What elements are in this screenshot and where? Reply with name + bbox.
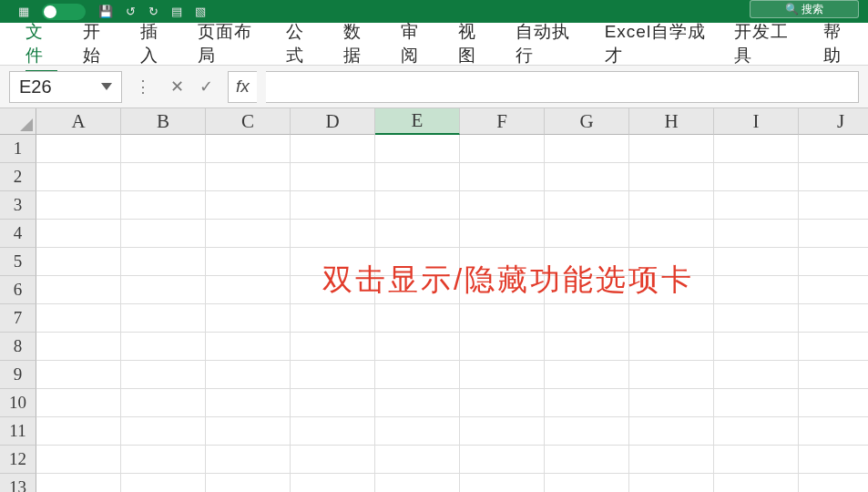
cell-H9[interactable] <box>629 361 714 389</box>
cell-C6[interactable] <box>206 276 291 304</box>
cell-E12[interactable] <box>375 446 460 474</box>
cell-I2[interactable] <box>714 163 799 191</box>
cell-F9[interactable] <box>460 361 545 389</box>
cell-D3[interactable] <box>291 191 375 220</box>
cell-D12[interactable] <box>291 446 375 474</box>
cell-B11[interactable] <box>121 417 206 446</box>
cell-J7[interactable] <box>799 304 868 333</box>
enter-button[interactable]: ✓ <box>193 74 219 99</box>
cell-F2[interactable] <box>460 163 545 191</box>
cell-I12[interactable] <box>714 446 799 474</box>
cell-H11[interactable] <box>629 417 714 446</box>
formula-bar-expand-icon[interactable]: ⋮ <box>131 77 155 97</box>
cell-A2[interactable] <box>36 163 121 191</box>
cell-G2[interactable] <box>545 163 629 191</box>
cell-J11[interactable] <box>799 417 868 446</box>
row-header-5[interactable]: 5 <box>0 248 36 276</box>
cell-B2[interactable] <box>121 163 206 191</box>
cell-E2[interactable] <box>375 163 460 191</box>
cell-B3[interactable] <box>121 191 206 220</box>
cell-E1[interactable] <box>375 135 460 163</box>
cell-C10[interactable] <box>206 389 291 417</box>
cell-A4[interactable] <box>36 220 121 248</box>
cell-B5[interactable] <box>121 248 206 276</box>
cell-I7[interactable] <box>714 304 799 333</box>
ribbon-tab-4[interactable]: 公式 <box>273 13 331 75</box>
column-header-G[interactable]: G <box>545 108 629 135</box>
cell-E6[interactable] <box>375 276 460 304</box>
cell-B1[interactable] <box>121 135 206 163</box>
column-header-C[interactable]: C <box>206 108 291 135</box>
cell-I4[interactable] <box>714 220 799 248</box>
cell-D2[interactable] <box>291 163 375 191</box>
ribbon-tab-10[interactable]: 开发工具 <box>721 13 811 75</box>
cell-B8[interactable] <box>121 333 206 361</box>
ribbon-tab-3[interactable]: 页面布局 <box>185 13 274 75</box>
row-header-3[interactable]: 3 <box>0 191 36 220</box>
cell-I8[interactable] <box>714 333 799 361</box>
cell-H1[interactable] <box>629 135 714 163</box>
cell-F10[interactable] <box>460 389 545 417</box>
cell-A1[interactable] <box>36 135 121 163</box>
cell-I13[interactable] <box>714 474 799 492</box>
cell-A6[interactable] <box>36 276 121 304</box>
cell-F4[interactable] <box>460 220 545 248</box>
cell-H12[interactable] <box>629 446 714 474</box>
cell-D4[interactable] <box>291 220 375 248</box>
cell-H7[interactable] <box>629 304 714 333</box>
cell-F7[interactable] <box>460 304 545 333</box>
cell-C12[interactable] <box>206 446 291 474</box>
cell-G7[interactable] <box>545 304 629 333</box>
cell-F1[interactable] <box>460 135 545 163</box>
column-header-I[interactable]: I <box>714 108 799 135</box>
cell-F11[interactable] <box>460 417 545 446</box>
row-header-10[interactable]: 10 <box>0 389 36 417</box>
cell-C9[interactable] <box>206 361 291 389</box>
formula-input[interactable] <box>266 71 859 103</box>
cell-J10[interactable] <box>799 389 868 417</box>
cell-B6[interactable] <box>121 276 206 304</box>
cell-D7[interactable] <box>291 304 375 333</box>
cell-I11[interactable] <box>714 417 799 446</box>
column-header-F[interactable]: F <box>460 108 545 135</box>
cell-B9[interactable] <box>121 361 206 389</box>
cell-D13[interactable] <box>291 474 375 492</box>
cell-G13[interactable] <box>545 474 629 492</box>
cell-E5[interactable] <box>375 248 460 276</box>
cell-I9[interactable] <box>714 361 799 389</box>
cell-E7[interactable] <box>375 304 460 333</box>
cell-H3[interactable] <box>629 191 714 220</box>
cell-C3[interactable] <box>206 191 291 220</box>
cell-J13[interactable] <box>799 474 868 492</box>
cell-A12[interactable] <box>36 446 121 474</box>
column-header-D[interactable]: D <box>291 108 375 135</box>
cell-A7[interactable] <box>36 304 121 333</box>
cell-I3[interactable] <box>714 191 799 220</box>
cell-H10[interactable] <box>629 389 714 417</box>
cell-C4[interactable] <box>206 220 291 248</box>
cell-G1[interactable] <box>545 135 629 163</box>
cell-G12[interactable] <box>545 446 629 474</box>
cell-J4[interactable] <box>799 220 868 248</box>
cell-B7[interactable] <box>121 304 206 333</box>
cell-D1[interactable] <box>291 135 375 163</box>
column-header-B[interactable]: B <box>121 108 206 135</box>
cell-I5[interactable] <box>714 248 799 276</box>
cell-J2[interactable] <box>799 163 868 191</box>
cell-D11[interactable] <box>291 417 375 446</box>
cell-G4[interactable] <box>545 220 629 248</box>
cell-E9[interactable] <box>375 361 460 389</box>
column-header-A[interactable]: A <box>36 108 121 135</box>
ribbon-tab-11[interactable]: 帮助 <box>811 13 868 75</box>
row-header-8[interactable]: 8 <box>0 333 36 361</box>
cell-G5[interactable] <box>545 248 629 276</box>
cell-C13[interactable] <box>206 474 291 492</box>
cell-G11[interactable] <box>545 417 629 446</box>
cell-J9[interactable] <box>799 361 868 389</box>
cell-H8[interactable] <box>629 333 714 361</box>
cell-I6[interactable] <box>714 276 799 304</box>
cell-C2[interactable] <box>206 163 291 191</box>
row-header-4[interactable]: 4 <box>0 220 36 248</box>
row-header-11[interactable]: 11 <box>0 417 36 446</box>
name-box[interactable]: E26 <box>9 71 122 103</box>
